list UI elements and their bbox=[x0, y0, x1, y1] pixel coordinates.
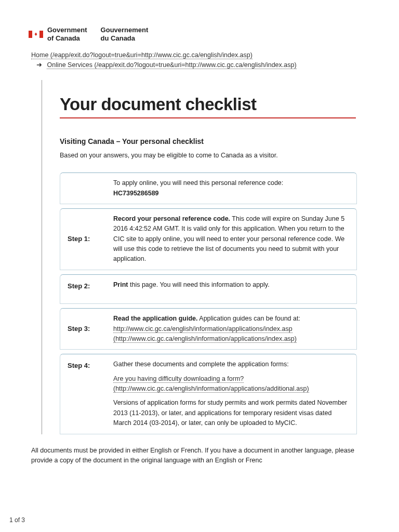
gov-fr-line1: Gouvernement bbox=[101, 26, 149, 34]
refcode-label: To apply online, you will need this pers… bbox=[113, 179, 283, 187]
step-3-box: Step 3: Read the application guide. Appl… bbox=[60, 308, 357, 350]
reference-code-box: To apply online, you will need this pers… bbox=[60, 172, 357, 204]
breadcrumb-home-link[interactable]: Home (/eapp/exit.do?logout=true&uri=http… bbox=[31, 51, 252, 59]
main-content: Your document checklist Visiting Canada … bbox=[42, 80, 374, 434]
page-number: 1 of 3 bbox=[9, 516, 25, 524]
subtitle: Visiting Canada – Your personal checklis… bbox=[60, 137, 374, 145]
page-title: Your document checklist bbox=[60, 95, 374, 114]
canada-flag-icon: ♦ bbox=[29, 31, 43, 38]
step-3-label: Step 3: bbox=[68, 324, 113, 334]
step-1-box: Step 1: Record your personal reference c… bbox=[60, 208, 357, 270]
step-1-heading: Record your personal reference code. bbox=[113, 215, 230, 222]
step-2-text: this page. You will need this informatio… bbox=[128, 281, 269, 288]
intro-text: Based on your answers, you may be eligib… bbox=[60, 152, 374, 159]
application-guide-link[interactable]: http://www.cic.gc.ca/english/information… bbox=[113, 325, 297, 343]
government-wordmark: Government of Canada Gouvernement du Can… bbox=[47, 26, 148, 42]
step-3-heading: Read the application guide. bbox=[113, 315, 198, 322]
step-3-text: Application guides can be found at: bbox=[198, 315, 300, 322]
step-2-label: Step 2: bbox=[68, 280, 113, 291]
footer-note: All documents must be provided in either… bbox=[0, 438, 374, 466]
step-2-heading: Print bbox=[113, 281, 128, 288]
gov-en-line1: Government bbox=[47, 26, 87, 34]
arrow-icon: ➜ bbox=[36, 61, 42, 69]
gov-en-line2: of Canada bbox=[47, 34, 87, 43]
difficulty-downloading-link[interactable]: Are you having difficulty downloading a … bbox=[113, 375, 309, 393]
title-rule bbox=[60, 117, 356, 118]
step-1-label: Step 1: bbox=[68, 234, 113, 244]
breadcrumb: Home (/eapp/exit.do?logout=true&uri=http… bbox=[0, 51, 399, 72]
step-4-label: Step 4: bbox=[68, 360, 113, 371]
breadcrumb-online-services-link[interactable]: Online Services (/eapp/exit.do?logout=tr… bbox=[47, 61, 296, 69]
page-header: ♦ Government of Canada Gouvernement du C… bbox=[0, 0, 399, 51]
step-4-intro: Gather these documents and complete the … bbox=[113, 360, 349, 369]
gov-fr-line2: du Canada bbox=[101, 34, 149, 43]
step-2-box: Step 2: Print this page. You will need t… bbox=[60, 274, 357, 304]
step-4-note: Versions of application forms for study … bbox=[113, 398, 349, 428]
reference-code: HC7395286589 bbox=[113, 190, 159, 197]
step-4-box: Step 4: Gather these documents and compl… bbox=[60, 354, 357, 434]
